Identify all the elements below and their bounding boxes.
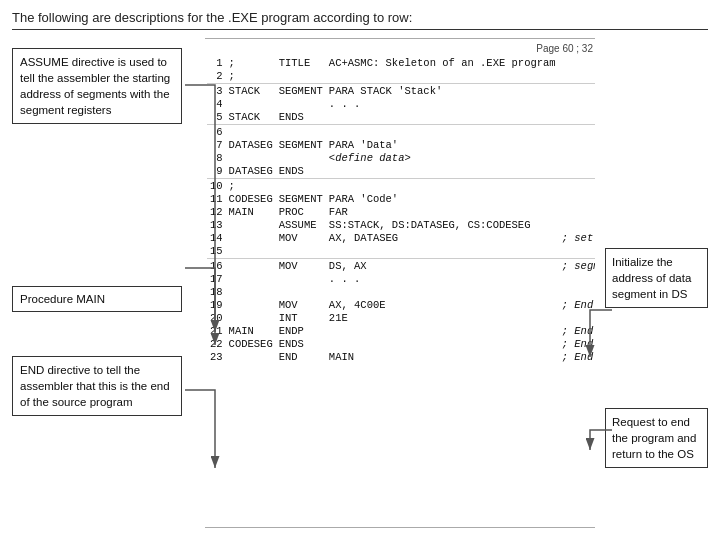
code-label xyxy=(226,285,276,298)
code-rest xyxy=(326,179,559,193)
code-comment xyxy=(559,151,595,164)
line-number: 13 xyxy=(207,218,226,231)
line-number: 12 xyxy=(207,205,226,218)
code-label: CODESEG xyxy=(226,337,276,350)
code-op: MOV xyxy=(276,231,326,244)
code-op: SEGMENT xyxy=(276,138,326,151)
code-comment xyxy=(559,97,595,110)
page-label: Page 60 ; 32 xyxy=(207,43,593,54)
code-label: DATASEG xyxy=(226,138,276,151)
code-rest: MAIN xyxy=(326,350,559,363)
code-op: INT xyxy=(276,311,326,324)
code-rest xyxy=(326,125,559,139)
code-rest xyxy=(326,285,559,298)
line-number: 21 xyxy=(207,324,226,337)
code-label: ; xyxy=(226,56,276,69)
code-comment xyxy=(559,84,595,98)
code-op: PROC xyxy=(276,205,326,218)
code-op xyxy=(276,179,326,193)
code-op xyxy=(276,244,326,259)
line-number: 16 xyxy=(207,259,226,273)
code-row: 14MOVAX, DATASEG; set address of data xyxy=(207,231,595,244)
code-label xyxy=(226,272,276,285)
code-op: TITLE xyxy=(276,56,326,69)
code-op: SEGMENT xyxy=(276,192,326,205)
code-rest: AC+ASMC: Skeleton of an .EXE program xyxy=(326,56,559,69)
code-comment xyxy=(559,285,595,298)
code-comment xyxy=(559,125,595,139)
code-row: 4. . . xyxy=(207,97,595,110)
code-op: ENDP xyxy=(276,324,326,337)
code-op xyxy=(276,69,326,84)
code-comment xyxy=(559,205,595,218)
line-number: 20 xyxy=(207,311,226,324)
content-area: ASSUME directive is used to tell the ass… xyxy=(12,38,708,528)
code-row: 11CODESEGSEGMENTPARA 'Code' xyxy=(207,192,595,205)
page-title: The following are descriptions for the .… xyxy=(12,10,708,30)
code-row: 1;TITLEAC+ASMC: Skeleton of an .EXE prog… xyxy=(207,56,595,69)
code-label xyxy=(226,231,276,244)
code-rest: FAR xyxy=(326,205,559,218)
code-rest xyxy=(326,69,559,84)
code-comment xyxy=(559,272,595,285)
code-label: ; xyxy=(226,69,276,84)
line-number: 23 xyxy=(207,350,226,363)
code-label xyxy=(226,298,276,311)
line-number: 8 xyxy=(207,151,226,164)
line-number: 9 xyxy=(207,164,226,179)
code-rest: DS, AX xyxy=(326,259,559,273)
code-comment: ; segment in DS xyxy=(559,259,595,273)
code-op xyxy=(276,97,326,110)
line-number: 6 xyxy=(207,125,226,139)
code-label xyxy=(226,97,276,110)
code-comment xyxy=(559,69,595,84)
code-op: ENDS xyxy=(276,164,326,179)
line-number: 19 xyxy=(207,298,226,311)
assume-annotation: ASSUME directive is used to tell the ass… xyxy=(12,48,182,124)
code-row: 21MAINENDP; End of procedure xyxy=(207,324,595,337)
code-op xyxy=(276,272,326,285)
right-annotations: Initialize the address of data segment i… xyxy=(603,38,708,528)
code-label xyxy=(226,151,276,164)
code-comment xyxy=(559,244,595,259)
code-comment: ; End of code segment xyxy=(559,337,595,350)
code-row: 5STACKENDS xyxy=(207,110,595,125)
code-label xyxy=(226,218,276,231)
code-op: ENDS xyxy=(276,110,326,125)
code-op: SEGMENT xyxy=(276,84,326,98)
code-row: 22CODESEGENDS; End of code segment xyxy=(207,337,595,350)
code-label: ; xyxy=(226,179,276,193)
code-label: STACK xyxy=(226,84,276,98)
code-label xyxy=(226,259,276,273)
code-op: ENDS xyxy=(276,337,326,350)
code-comment xyxy=(559,218,595,231)
code-label: DATASEG xyxy=(226,164,276,179)
code-table: 1;TITLEAC+ASMC: Skeleton of an .EXE prog… xyxy=(207,56,595,363)
code-row: 10; xyxy=(207,179,595,193)
line-number: 18 xyxy=(207,285,226,298)
code-row: 20INT21E xyxy=(207,311,595,324)
code-row: 3STACKSEGMENTPARA STACK 'Stack' xyxy=(207,84,595,98)
code-label: MAIN xyxy=(226,205,276,218)
code-rest: SS:STACK, DS:DATASEG, CS:CODESEG xyxy=(326,218,559,231)
code-comment xyxy=(559,164,595,179)
line-number: 14 xyxy=(207,231,226,244)
procedure-annotation: Procedure MAIN xyxy=(12,286,182,312)
code-op: ASSUME xyxy=(276,218,326,231)
code-label xyxy=(226,350,276,363)
code-row: 17. . . xyxy=(207,272,595,285)
code-rest: . . . xyxy=(326,272,559,285)
code-label: STACK xyxy=(226,110,276,125)
line-number: 1 xyxy=(207,56,226,69)
line-number: 7 xyxy=(207,138,226,151)
code-rest: <define data> xyxy=(326,151,559,164)
code-row: 2; xyxy=(207,69,595,84)
code-rest xyxy=(326,337,559,350)
code-comment xyxy=(559,138,595,151)
code-comment: ; End of program xyxy=(559,350,595,363)
line-number: 5 xyxy=(207,110,226,125)
code-rest: AX, DATASEG xyxy=(326,231,559,244)
code-label xyxy=(226,311,276,324)
end-directive-annotation: END directive to tell the assembler that… xyxy=(12,356,182,416)
code-label: MAIN xyxy=(226,324,276,337)
